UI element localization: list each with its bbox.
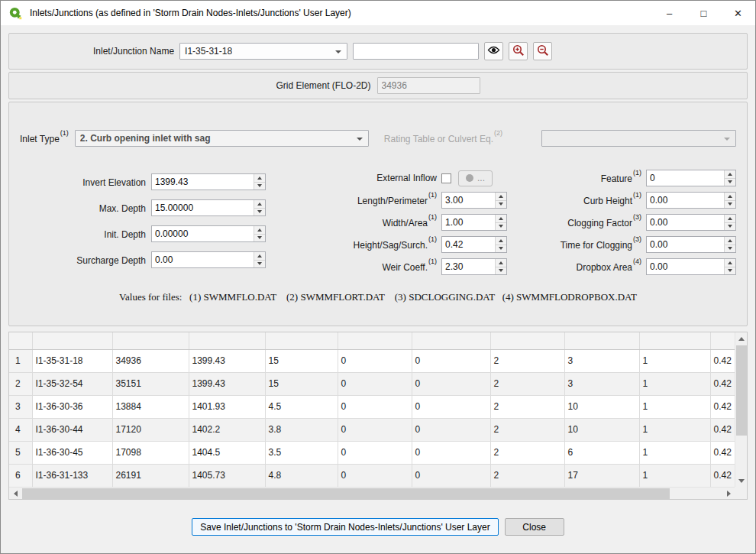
cell-name[interactable]: I1-36-31-133 — [32, 464, 112, 487]
column-header[interactable] — [639, 332, 710, 349]
save-button[interactable]: Save Inlet/Junctions to 'Storm Drain Nod… — [192, 518, 498, 536]
spinbox-up-button[interactable] — [496, 237, 506, 245]
cell-width-area[interactable]: 1 — [639, 395, 710, 418]
inlet-type-combobox[interactable]: 2. Curb opening inlet with sag — [75, 130, 369, 147]
row-number[interactable]: 5 — [9, 441, 32, 464]
cell-invert-elev[interactable]: 1399.43 — [189, 349, 265, 372]
spinbox-down-button[interactable] — [725, 267, 735, 275]
cell-width-area[interactable]: 1 — [639, 464, 710, 487]
cell-max-depth[interactable]: 15 — [265, 349, 338, 372]
spinbox[interactable] — [151, 173, 266, 190]
row-number[interactable]: 4 — [9, 418, 32, 441]
spinbox-input[interactable] — [442, 215, 495, 230]
cell-max-depth[interactable]: 3.8 — [265, 418, 338, 441]
close-button[interactable]: Close — [505, 518, 564, 536]
cell-init-depth[interactable]: 0 — [338, 349, 412, 372]
spinbox-input[interactable] — [442, 193, 495, 208]
external-inflow-checkbox[interactable] — [441, 173, 451, 183]
spinbox-up-button[interactable] — [254, 200, 265, 208]
spinbox-up-button[interactable] — [496, 215, 506, 222]
cell-width-area[interactable]: 1 — [639, 349, 710, 372]
horizontal-scrollbar[interactable] — [9, 487, 735, 499]
inlet-junction-name-combobox[interactable]: I1-35-31-18 — [179, 43, 347, 60]
spinbox-down-button[interactable] — [496, 222, 506, 231]
spinbox-up-button[interactable] — [725, 259, 735, 267]
eye-button[interactable] — [484, 42, 503, 60]
cell-surcharge-depth[interactable]: 0 — [412, 441, 490, 464]
scroll-right-button[interactable] — [722, 488, 735, 500]
cell-init-depth[interactable]: 0 — [338, 395, 412, 418]
column-header[interactable] — [338, 332, 412, 349]
spinbox-input[interactable] — [647, 193, 724, 208]
cell-max-depth[interactable]: 4.8 — [265, 464, 338, 487]
cell-height[interactable]: 0.42 — [710, 349, 735, 372]
spinbox-down-button[interactable] — [725, 245, 735, 253]
table-row[interactable]: 6 I1-36-31-133 26191 1405.73 4.8 0 0 2 1… — [9, 464, 735, 487]
spinbox-input[interactable] — [442, 259, 495, 274]
spinbox-down-button[interactable] — [496, 200, 506, 209]
cell-grid-element[interactable]: 34936 — [112, 349, 189, 372]
cell-height[interactable]: 0.42 — [710, 395, 735, 418]
spinbox-up-button[interactable] — [254, 174, 265, 182]
spinbox-up-button[interactable] — [254, 226, 265, 234]
spinbox[interactable] — [151, 225, 266, 242]
cell-length-perimeter[interactable]: 3 — [564, 372, 639, 395]
spinbox[interactable] — [441, 258, 507, 275]
horizontal-scrollbar-thumb[interactable] — [22, 488, 670, 499]
spinbox[interactable] — [646, 192, 736, 209]
cell-grid-element[interactable]: 35151 — [112, 372, 189, 395]
cell-surcharge-depth[interactable]: 0 — [412, 464, 490, 487]
cell-inlet-drain-type[interactable]: 2 — [490, 372, 564, 395]
spinbox-down-button[interactable] — [254, 182, 265, 190]
cell-name[interactable]: I1-35-31-18 — [32, 349, 112, 372]
spinbox[interactable] — [646, 236, 736, 253]
cell-width-area[interactable]: 1 — [639, 441, 710, 464]
column-header[interactable] — [564, 332, 639, 349]
spinbox[interactable] — [441, 192, 507, 209]
spinbox[interactable] — [151, 199, 266, 216]
spinbox-up-button[interactable] — [496, 259, 506, 267]
table-row[interactable]: 1 I1-35-31-18 34936 1399.43 15 0 0 2 3 1 — [9, 349, 735, 372]
cell-name[interactable]: I1-35-32-54 — [32, 372, 112, 395]
cell-invert-elev[interactable]: 1399.43 — [189, 372, 265, 395]
table-row[interactable]: 2 I1-35-32-54 35151 1399.43 15 0 0 2 3 1 — [9, 372, 735, 395]
spinbox-input[interactable] — [442, 237, 495, 252]
row-number[interactable]: 3 — [9, 395, 32, 418]
spinbox-down-button[interactable] — [725, 200, 735, 209]
cell-height[interactable]: 0.42 — [710, 464, 735, 487]
cell-name[interactable]: I1-36-30-44 — [32, 418, 112, 441]
table-row[interactable]: 3 I1-36-30-36 13884 1401.93 4.5 0 0 2 10… — [9, 395, 735, 418]
cell-max-depth[interactable]: 4.5 — [265, 395, 338, 418]
cell-length-perimeter[interactable]: 17 — [564, 464, 639, 487]
column-header[interactable] — [32, 332, 112, 349]
spinbox-input[interactable] — [152, 174, 254, 190]
spinbox-down-button[interactable] — [725, 178, 735, 186]
scroll-down-button[interactable] — [735, 475, 748, 487]
scroll-up-button[interactable] — [735, 332, 748, 345]
spinbox-down-button[interactable] — [496, 267, 506, 275]
cell-height[interactable]: 0.42 — [710, 372, 735, 395]
spinbox-up-button[interactable] — [725, 237, 735, 245]
scroll-left-button[interactable] — [9, 488, 21, 500]
cell-invert-elev[interactable]: 1404.5 — [189, 441, 265, 464]
zoom-in-button[interactable] — [509, 42, 528, 60]
column-header[interactable] — [265, 332, 338, 349]
cell-name[interactable]: I1-36-30-45 — [32, 441, 112, 464]
column-header[interactable] — [412, 332, 490, 349]
row-number[interactable]: 6 — [9, 464, 32, 487]
column-header[interactable] — [189, 332, 265, 349]
cell-inlet-drain-type[interactable]: 2 — [490, 349, 564, 372]
cell-width-area[interactable]: 1 — [639, 418, 710, 441]
cell-grid-element[interactable]: 13884 — [112, 395, 189, 418]
cell-invert-elev[interactable]: 1405.73 — [189, 464, 265, 487]
cell-surcharge-depth[interactable]: 0 — [412, 418, 490, 441]
cell-name[interactable]: I1-36-30-36 — [32, 395, 112, 418]
cell-inlet-drain-type[interactable]: 2 — [490, 395, 564, 418]
cell-surcharge-depth[interactable]: 0 — [412, 372, 490, 395]
cell-surcharge-depth[interactable]: 0 — [412, 349, 490, 372]
spinbox[interactable] — [646, 258, 736, 275]
cell-max-depth[interactable]: 15 — [265, 372, 338, 395]
cell-surcharge-depth[interactable]: 0 — [412, 395, 490, 418]
spinbox[interactable] — [646, 170, 736, 186]
cell-grid-element[interactable]: 26191 — [112, 464, 189, 487]
